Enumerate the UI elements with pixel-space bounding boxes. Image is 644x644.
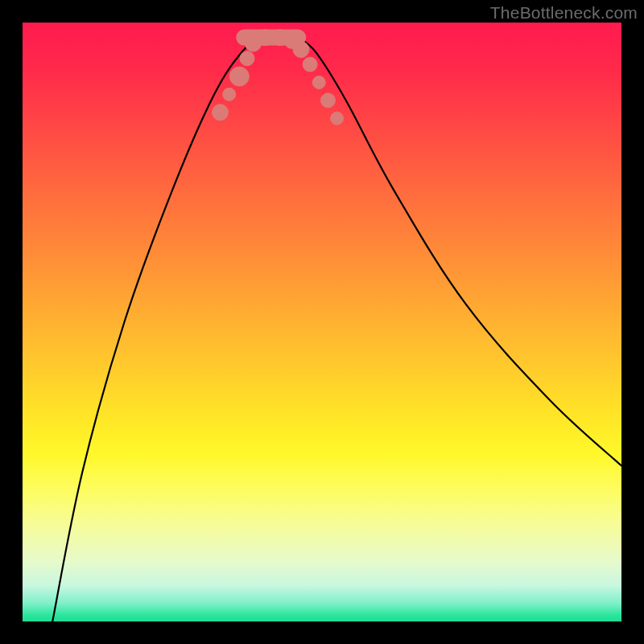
chart-frame xyxy=(23,23,621,621)
data-marker xyxy=(320,93,335,108)
data-marker xyxy=(257,30,273,46)
data-marker xyxy=(331,112,344,125)
data-marker xyxy=(293,41,309,57)
left-curve xyxy=(52,38,262,621)
data-marker xyxy=(303,57,317,72)
right-curve xyxy=(298,38,621,466)
data-marker xyxy=(223,88,236,101)
data-marker xyxy=(229,67,249,86)
data-marker xyxy=(312,76,325,89)
data-marker xyxy=(240,52,254,66)
bottleneck-chart xyxy=(23,23,621,621)
watermark-text: TheBottleneck.com xyxy=(490,3,638,23)
marker-group xyxy=(213,30,344,125)
data-marker xyxy=(213,105,229,121)
